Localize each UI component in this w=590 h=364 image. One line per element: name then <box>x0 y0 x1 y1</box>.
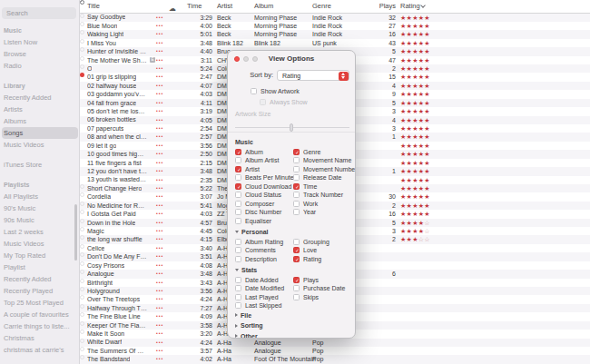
checkbox-purchase-date[interactable]: Purchase Date <box>293 284 351 293</box>
sidebar-item-christmas-at-carrie-s[interactable]: christmas at carrie's <box>0 344 80 356</box>
checkbox-cloud-status[interactable]: Cloud Status <box>235 191 293 200</box>
sidebar-item-last-2-weeks[interactable]: Last 2 weeks <box>0 226 80 238</box>
table-row[interactable]: The Summers Of Our Youth•••3:57A-HaAnalo… <box>80 347 590 355</box>
column-header-time[interactable]: Time <box>187 0 202 13</box>
more-options-button[interactable]: ••• <box>156 47 163 55</box>
sidebar-item-albums[interactable]: Albums <box>0 115 80 127</box>
more-options-button[interactable]: ••• <box>156 295 163 303</box>
more-options-button[interactable]: ••• <box>156 261 163 270</box>
song-rating[interactable]: ★★★★★ <box>400 116 430 124</box>
sidebar-item-music-videos[interactable]: Music Videos <box>0 238 80 250</box>
sidebar-item-recently-played[interactable]: Recently Played <box>0 285 80 297</box>
more-options-button[interactable]: ••• <box>156 133 163 141</box>
checkbox-time[interactable]: Time <box>293 182 356 192</box>
checkbox-track-number[interactable]: Track Number <box>293 191 356 200</box>
checkbox-love[interactable]: Love <box>293 246 351 255</box>
sidebar-item-90-s-music[interactable]: 90's Music <box>0 202 80 214</box>
more-options-button[interactable]: ••• <box>156 330 163 338</box>
checkbox-plays[interactable]: Plays <box>293 276 351 285</box>
more-options-button[interactable]: ••• <box>156 99 163 107</box>
section-header-stats[interactable]: Stats <box>235 265 351 275</box>
checkbox-cloud-download[interactable]: Cloud Download <box>235 182 293 192</box>
song-rating[interactable]: ★★★★☆ <box>400 219 430 227</box>
sidebar-item-music-videos[interactable]: Music Videos <box>0 139 80 151</box>
more-options-button[interactable]: ••• <box>156 64 163 73</box>
song-rating[interactable]: ★★★★★ <box>400 133 430 141</box>
table-row[interactable]: I Miss You•••3:48Blink 182Blink 182US pu… <box>80 39 590 47</box>
more-options-button[interactable]: ••• <box>156 270 163 278</box>
slider-thumb[interactable] <box>290 123 293 132</box>
song-rating[interactable]: ★★★★★ <box>400 47 430 55</box>
song-rating[interactable]: ★★★★★ <box>400 142 430 150</box>
table-row[interactable]: White Dwarf•••4:24A-HaAnaloguePop <box>80 339 590 347</box>
song-rating[interactable]: ★★★★★ <box>400 150 430 158</box>
more-options-button[interactable]: ••• <box>156 14 163 22</box>
checkbox-skips[interactable]: Skips <box>293 293 351 302</box>
checkbox-movement-name[interactable]: Movement Name <box>293 156 356 165</box>
more-options-button[interactable]: ••• <box>156 355 163 363</box>
more-options-button[interactable]: ••• <box>156 73 163 81</box>
more-options-button[interactable]: ••• <box>156 82 163 90</box>
sidebar-item-90s-music[interactable]: 90s Music <box>0 214 80 226</box>
show-artwork-checkbox[interactable]: Show Artwork <box>251 87 300 96</box>
column-header-album[interactable]: Album <box>254 0 273 13</box>
more-options-button[interactable]: ••• <box>156 184 163 192</box>
song-rating[interactable]: ★★★★★ <box>400 192 430 201</box>
song-rating[interactable]: ★★★★★ <box>400 202 430 210</box>
more-options-button[interactable]: ••• <box>156 56 163 64</box>
sidebar-item-carrie-things-to-liste-[interactable]: Carrie things to liste... <box>0 320 80 332</box>
checkbox-album[interactable]: Album <box>235 148 293 157</box>
song-rating[interactable]: ★★★★★ <box>400 167 430 175</box>
more-options-button[interactable]: ••• <box>156 347 163 355</box>
song-rating[interactable]: ★★★★★ <box>400 90 430 98</box>
sidebar-item-listen-now[interactable]: Listen Now <box>0 36 80 48</box>
more-options-button[interactable]: ••• <box>156 167 163 175</box>
cloud-icon[interactable]: ☁ <box>169 3 176 15</box>
sidebar-item-playlist[interactable]: Playlist <box>0 261 80 273</box>
song-rating[interactable]: ★★★★★ <box>400 210 430 218</box>
column-header-artist[interactable]: Artist <box>217 0 232 13</box>
sidebar-item-top-25-most-played[interactable]: Top 25 Most Played <box>0 297 80 309</box>
sidebar-item-radio[interactable]: Radio <box>0 60 80 72</box>
more-options-button[interactable]: ••• <box>156 210 163 218</box>
sidebar-item-songs[interactable]: Songs <box>2 127 78 139</box>
song-rating[interactable]: ★★★★☆ <box>400 227 430 235</box>
more-options-button[interactable]: ••• <box>156 142 163 150</box>
song-rating[interactable]: ★★★★★ <box>400 99 430 107</box>
song-rating[interactable]: ★★★★★ <box>400 82 430 90</box>
more-options-button[interactable]: ••• <box>156 22 163 30</box>
checkbox-release-date[interactable]: Release Date <box>293 173 356 182</box>
sidebar-item-recently-added[interactable]: Recently Added <box>0 92 80 103</box>
more-options-button[interactable]: ••• <box>156 252 163 261</box>
checkbox-artist[interactable]: Artist <box>235 165 293 174</box>
song-rating[interactable]: ★★★★★ <box>400 39 430 47</box>
song-rating[interactable]: ★★★★★ <box>400 159 430 167</box>
song-rating[interactable]: ★★★★★ <box>400 22 430 30</box>
section-header-personal[interactable]: Personal <box>235 227 351 237</box>
more-options-button[interactable]: ••• <box>156 202 163 210</box>
checkbox-description[interactable]: Description <box>235 255 293 264</box>
more-options-button[interactable]: ••• <box>156 287 163 295</box>
song-rating[interactable]: ★★★★★ <box>400 14 430 22</box>
column-header-plays[interactable]: Plays <box>369 0 396 13</box>
sidebar-item-christmas[interactable]: Christmas <box>0 332 80 344</box>
checkbox-year[interactable]: Year <box>293 208 356 217</box>
more-options-button[interactable]: ••• <box>156 321 163 330</box>
song-rating[interactable]: ★★★★★ <box>400 73 430 81</box>
more-options-button[interactable]: ••• <box>156 192 163 201</box>
song-rating[interactable]: ★★★★★ <box>400 184 430 192</box>
status-circle-icon[interactable] <box>80 0 84 5</box>
more-options-button[interactable]: ••• <box>156 339 163 347</box>
song-rating[interactable]: ★★★★★ <box>400 64 430 73</box>
dropdown-stepper-icon[interactable] <box>339 72 349 81</box>
table-row[interactable]: Blue Moon•••4:00BeckMorning PhaseIndie R… <box>80 22 590 30</box>
sidebar-item-all-playlists[interactable]: All Playlists <box>0 191 80 202</box>
artwork-size-slider[interactable] <box>235 127 349 128</box>
sidebar-scrollbar[interactable] <box>74 204 77 261</box>
more-options-button[interactable]: ••• <box>156 159 163 167</box>
table-row[interactable]: The Bandstand•••4:02A-HaFoot Of The Moun… <box>80 355 590 363</box>
more-options-button[interactable]: ••• <box>156 312 163 320</box>
sidebar-item-my-top-rated[interactable]: My Top Rated <box>0 250 80 261</box>
checkbox-last-skipped[interactable]: Last Skipped <box>235 301 293 310</box>
column-header-genre[interactable]: Genre <box>312 0 331 13</box>
